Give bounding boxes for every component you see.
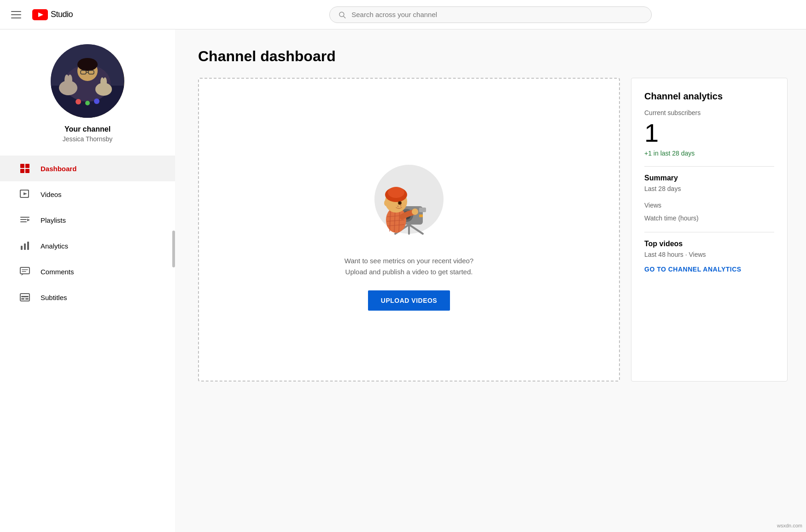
svg-rect-24: [25, 169, 29, 173]
sidebar-item-label-analytics: Analytics: [41, 242, 68, 250]
summary-title: Summary: [644, 174, 774, 182]
svg-rect-52: [419, 214, 423, 217]
sidebar-item-subtitles[interactable]: Subtitles: [0, 284, 175, 310]
app-body: Your channel Jessica Thornsby Dashboard: [0, 29, 806, 532]
header: Studio: [0, 0, 806, 29]
search-input[interactable]: [351, 11, 643, 18]
hamburger-menu[interactable]: [7, 7, 25, 22]
go-to-channel-analytics-link[interactable]: GO TO CHANNEL ANALYTICS: [644, 266, 774, 273]
svg-rect-35: [20, 267, 29, 274]
analytics-card-title: Channel analytics: [644, 91, 774, 102]
svg-rect-22: [25, 164, 29, 168]
page-title: Channel dashboard: [198, 48, 788, 65]
main-content: Channel dashboard: [175, 29, 806, 532]
svg-point-8: [77, 58, 98, 71]
upload-videos-button[interactable]: UPLOAD VIDEOS: [368, 290, 450, 311]
svg-point-65: [399, 202, 401, 204]
subscribers-change: +1 in last 28 days: [644, 150, 774, 157]
sidebar-item-label-subtitles: Subtitles: [41, 294, 67, 301]
svg-point-18: [76, 99, 81, 104]
upload-card: Want to see metrics on your recent video…: [198, 78, 620, 382]
analytics-icon: [18, 239, 31, 252]
logo[interactable]: Studio: [32, 9, 73, 20]
subscribers-label: Current subscribers: [644, 109, 774, 116]
sidebar-scrollbar-thumb[interactable]: [172, 231, 175, 267]
divider-2: [644, 232, 774, 232]
logo-text: Studio: [51, 10, 73, 19]
sidebar-item-playlists[interactable]: Playlists: [0, 207, 175, 233]
channel-name: Your channel: [64, 125, 111, 133]
subtitles-icon: [18, 291, 31, 304]
svg-rect-51: [419, 208, 426, 212]
analytics-card: Channel analytics Current subscribers 1 …: [631, 78, 788, 382]
sidebar-item-analytics[interactable]: Analytics: [0, 233, 175, 259]
videos-icon: [18, 188, 31, 201]
sidebar-item-dashboard[interactable]: Dashboard: [0, 156, 175, 181]
comments-icon: [18, 265, 31, 278]
svg-point-60: [412, 208, 418, 215]
svg-rect-42: [21, 296, 29, 297]
svg-point-17: [100, 77, 104, 87]
svg-rect-32: [21, 246, 23, 250]
sidebar: Your channel Jessica Thornsby Dashboard: [0, 29, 175, 532]
svg-rect-23: [20, 169, 24, 173]
svg-rect-40: [21, 298, 24, 300]
sidebar-item-label-videos: Videos: [41, 191, 62, 198]
svg-line-3: [344, 16, 345, 18]
search-bar: [329, 6, 652, 23]
svg-point-19: [85, 101, 90, 105]
dashboard-grid: Want to see metrics on your recent video…: [198, 78, 788, 382]
svg-point-68: [384, 200, 389, 206]
youtube-icon: [32, 9, 48, 20]
summary-watch-time: Watch time (hours): [644, 212, 774, 225]
sidebar-item-label-comments: Comments: [41, 268, 74, 276]
upload-illustration: [363, 149, 455, 241]
svg-rect-21: [20, 164, 24, 168]
svg-rect-41: [25, 298, 29, 300]
playlists-icon: [18, 214, 31, 226]
watermark: wsxdn.com: [777, 523, 802, 528]
svg-rect-33: [24, 243, 26, 250]
svg-point-63: [388, 187, 404, 198]
sidebar-item-label-dashboard: Dashboard: [41, 165, 76, 173]
channel-avatar: [51, 44, 124, 118]
sidebar-item-videos[interactable]: Videos: [0, 181, 175, 207]
sidebar-scrollbar: [172, 29, 175, 532]
subscribers-count: 1: [644, 120, 774, 146]
header-left: Studio: [7, 7, 182, 22]
summary-period: Last 28 days: [644, 185, 774, 192]
svg-marker-26: [23, 192, 27, 195]
svg-point-20: [94, 98, 99, 104]
search-icon: [338, 11, 346, 19]
svg-point-67: [397, 206, 399, 207]
channel-handle: Jessica Thornsby: [63, 135, 113, 143]
divider-1: [644, 166, 774, 167]
top-videos-title: Top videos: [644, 240, 774, 248]
svg-point-66: [400, 205, 402, 207]
svg-marker-31: [27, 219, 30, 221]
svg-rect-34: [27, 242, 29, 250]
top-videos-period: Last 48 hours · Views: [644, 251, 774, 258]
svg-point-14: [64, 75, 69, 86]
summary-views: Views: [644, 199, 774, 212]
sidebar-item-comments[interactable]: Comments: [0, 259, 175, 284]
upload-description: Want to see metrics on your recent video…: [345, 255, 473, 278]
avatar-illustration: [51, 44, 124, 118]
sidebar-item-label-playlists: Playlists: [41, 216, 66, 224]
dashboard-icon: [18, 162, 31, 175]
sidebar-nav: Dashboard Videos: [0, 156, 175, 310]
